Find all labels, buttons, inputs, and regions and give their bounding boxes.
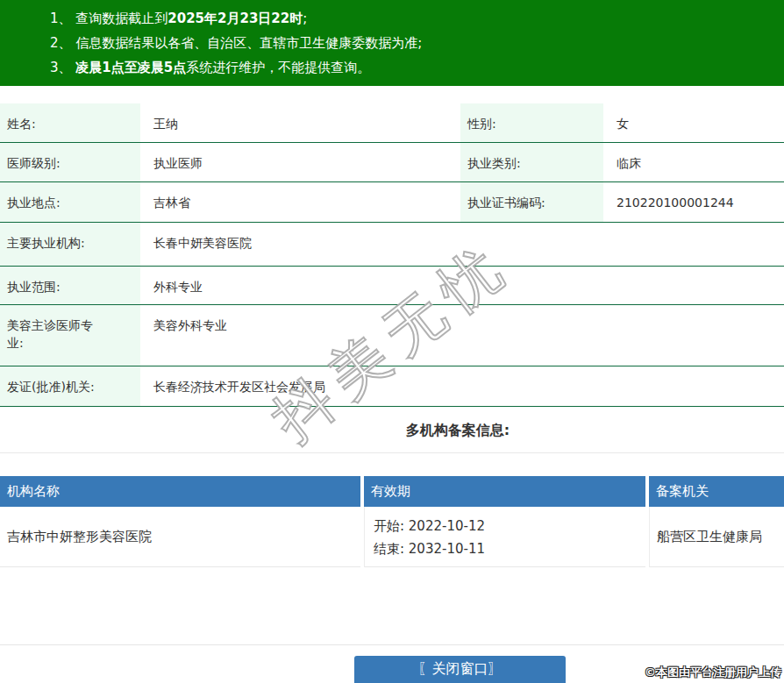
- table-row: 执业地点: 吉林省 执业证书编码: 210220100001244: [0, 182, 784, 223]
- gender-label: 性别:: [460, 103, 603, 142]
- validity-period-header: 有效期: [364, 476, 645, 507]
- cosmetic-chief-specialty-value: 美容外科专业: [140, 305, 784, 366]
- name-value: 王纳: [140, 103, 460, 142]
- filing-authority-value: 船营区卫生健康局: [649, 507, 784, 567]
- practice-scope-value: 外科专业: [140, 267, 784, 304]
- issuing-authority-value: 长春经济技术开发区社会发展局: [140, 366, 784, 406]
- name-label: 姓名:: [0, 103, 140, 142]
- table-row: 吉林市中妍整形美容医院 开始: 2022-10-12 结束: 2032-10-1…: [0, 507, 784, 567]
- certificate-number-value: 210220100001244: [603, 182, 784, 222]
- notice-line-2: 2、 信息数据结果以各省、自治区、直辖市卫生健康委数据为准;: [50, 31, 784, 55]
- table-row: 姓名: 王纳 性别: 女: [0, 103, 784, 143]
- practice-location-value: 吉林省: [140, 182, 460, 222]
- table-row: 发证(批准)机关: 长春经济技术开发区社会发展局: [0, 366, 784, 407]
- filing-authority-header: 备案机关: [649, 476, 784, 507]
- table-row: 主要执业机构: 长春中妍美容医院: [0, 223, 784, 267]
- validity-period-value: 开始: 2022-10-12 结束: 2032-10-11: [364, 507, 645, 567]
- doctor-level-value: 执业医师: [140, 143, 460, 181]
- validity-start: 开始: 2022-10-12: [374, 515, 645, 537]
- practice-location-label: 执业地点:: [0, 182, 140, 222]
- table-row: 美容主诊医师专业: 美容外科专业: [0, 305, 784, 366]
- divider: [0, 644, 784, 645]
- practice-category-label: 执业类别:: [460, 143, 603, 181]
- filing-table-header: 机构名称 有效期 备案机关: [0, 476, 784, 507]
- multi-institution-filing-heading: 多机构备案信息:: [0, 407, 784, 453]
- notice-bar: 1、 查询数据截止到2025年2月23日22时; 2、 信息数据结果以各省、自治…: [0, 0, 784, 86]
- table-row: 医师级别: 执业医师 执业类别: 临床: [0, 143, 784, 182]
- org-name-value: 吉林市中妍整形美容医院: [0, 507, 360, 567]
- validity-end: 结束: 2032-10-11: [374, 537, 645, 560]
- practice-category-value: 临床: [603, 143, 784, 181]
- org-name-header: 机构名称: [0, 476, 360, 507]
- upload-disclaimer: ©本图由平台注册用户上传: [645, 665, 781, 680]
- main-institution-label: 主要执业机构:: [0, 223, 140, 266]
- doctor-level-label: 医师级别:: [0, 143, 140, 181]
- filing-table: 机构名称 有效期 备案机关 吉林市中妍整形美容医院 开始: 2022-10-12…: [0, 476, 784, 567]
- table-row: 执业范围: 外科专业: [0, 267, 784, 305]
- notice-line-1: 1、 查询数据截止到2025年2月23日22时;: [50, 6, 784, 31]
- notice-line-3: 3、 凌晨1点至凌晨5点系统进行维护，不能提供查询。: [50, 55, 784, 80]
- cosmetic-chief-specialty-label: 美容主诊医师专业:: [0, 305, 140, 366]
- issuing-authority-label: 发证(批准)机关:: [0, 366, 140, 406]
- certificate-number-label: 执业证书编码:: [460, 182, 603, 222]
- license-query-result-page: 1、 查询数据截止到2025年2月23日22时; 2、 信息数据结果以各省、自治…: [0, 0, 784, 683]
- gender-value: 女: [603, 103, 784, 142]
- main-institution-value: 长春中妍美容医院: [140, 223, 784, 266]
- close-window-button[interactable]: 〖关闭窗口〗: [354, 656, 566, 683]
- doctor-info-table: 姓名: 王纳 性别: 女 医师级别: 执业医师 执业类别: 临床 执业地点: 吉…: [0, 103, 784, 407]
- practice-scope-label: 执业范围:: [0, 267, 140, 304]
